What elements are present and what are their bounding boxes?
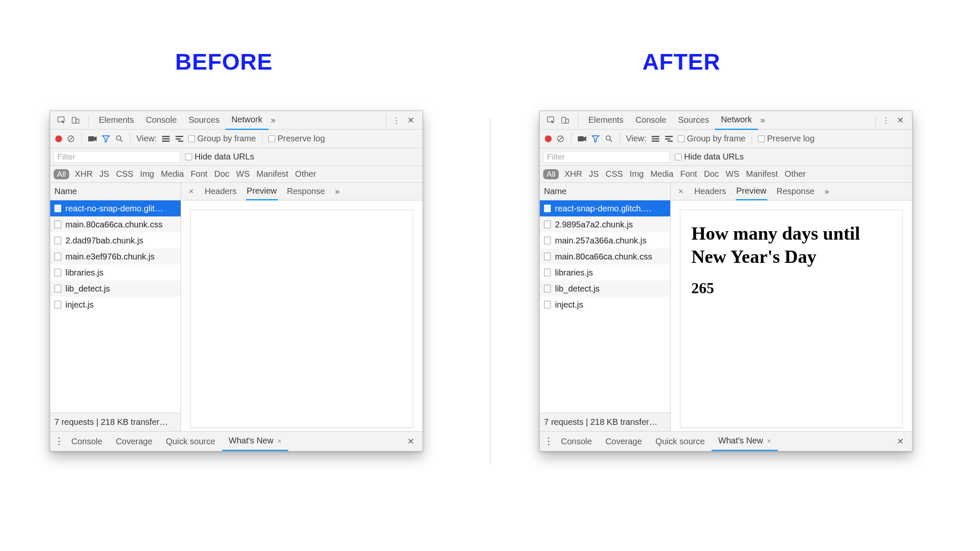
request-row[interactable]: lib_detect.js — [540, 281, 670, 297]
tab-network[interactable]: Network — [715, 111, 758, 130]
request-list-header[interactable]: Name — [540, 183, 670, 200]
camera-icon[interactable] — [88, 134, 97, 143]
drawer-close-icon[interactable]: ✕ — [894, 435, 906, 447]
request-row[interactable]: main.e3ef976b.chunk.js — [50, 248, 181, 265]
drawer-tab-coverage[interactable]: Coverage — [598, 432, 649, 451]
subtab-overflow-icon[interactable]: » — [824, 183, 830, 200]
close-subtabs-icon[interactable]: × — [677, 186, 685, 196]
subtab-response[interactable]: Response — [776, 183, 815, 200]
tab-console[interactable]: Console — [140, 111, 182, 129]
group-by-frame-checkbox[interactable]: Group by frame — [188, 134, 256, 143]
request-row[interactable]: inject.js — [540, 297, 670, 313]
waterfall-icon[interactable] — [664, 134, 674, 143]
request-list-header[interactable]: Name — [50, 183, 181, 200]
subtab-preview[interactable]: Preview — [736, 183, 767, 200]
request-row[interactable]: react-snap-demo.glitch.… — [540, 200, 670, 216]
filter-input[interactable]: Filter — [543, 151, 670, 163]
filter-icon[interactable] — [591, 134, 600, 143]
request-row[interactable]: inject.js — [50, 297, 181, 313]
subtab-overflow-icon[interactable]: » — [334, 183, 341, 200]
drawer-tab-close-icon[interactable]: × — [277, 438, 281, 445]
device-toggle-icon[interactable] — [559, 114, 571, 126]
hide-data-urls-checkbox[interactable]: Hide data URLs — [185, 152, 254, 162]
kebab-menu-icon[interactable]: ⋮ — [880, 114, 892, 126]
inspect-icon[interactable] — [545, 114, 557, 126]
preserve-log-checkbox[interactable]: Preserve log — [268, 134, 325, 143]
request-row[interactable]: main.257a366a.chunk.js — [540, 232, 670, 248]
large-rows-icon[interactable] — [161, 134, 171, 143]
group-by-frame-checkbox[interactable]: Group by frame — [678, 134, 746, 143]
drawer-tab-console[interactable]: Console — [554, 432, 598, 451]
drawer-tab-close-icon[interactable]: × — [767, 438, 771, 445]
subtab-headers[interactable]: Headers — [693, 183, 727, 200]
type-media[interactable]: Media — [160, 168, 185, 180]
tab-elements[interactable]: Elements — [93, 111, 140, 129]
type-other[interactable]: Other — [783, 168, 807, 180]
request-row[interactable]: libraries.js — [540, 265, 670, 281]
device-toggle-icon[interactable] — [70, 114, 81, 126]
type-doc[interactable]: Doc — [703, 168, 720, 180]
subtab-headers[interactable]: Headers — [204, 183, 238, 200]
subtab-preview[interactable]: Preview — [246, 183, 278, 200]
drawer-tab-whatsnew[interactable]: What's New × — [712, 432, 778, 451]
type-xhr[interactable]: XHR — [73, 168, 94, 180]
filter-icon[interactable] — [101, 134, 111, 143]
drawer-close-icon[interactable]: ✕ — [405, 435, 417, 447]
tab-sources[interactable]: Sources — [672, 111, 715, 129]
type-js[interactable]: JS — [98, 168, 110, 180]
drawer-tab-quicksource[interactable]: Quick source — [649, 432, 712, 451]
type-xhr[interactable]: XHR — [563, 168, 583, 180]
close-devtools-icon[interactable]: ✕ — [894, 114, 906, 126]
drawer-tab-coverage[interactable]: Coverage — [109, 432, 159, 451]
large-rows-icon[interactable] — [651, 134, 660, 143]
type-ws[interactable]: WS — [235, 168, 251, 180]
type-all[interactable]: All — [543, 169, 559, 179]
close-devtools-icon[interactable]: ✕ — [405, 114, 417, 126]
type-css[interactable]: CSS — [604, 168, 624, 180]
tabs-overflow-icon[interactable]: » — [268, 111, 278, 129]
close-subtabs-icon[interactable]: × — [187, 186, 195, 196]
hide-data-urls-checkbox[interactable]: Hide data URLs — [675, 152, 744, 162]
type-other[interactable]: Other — [294, 168, 317, 180]
clear-icon[interactable] — [66, 134, 76, 143]
tabs-overflow-icon[interactable]: » — [758, 111, 768, 129]
type-font[interactable]: Font — [679, 168, 698, 180]
type-manifest[interactable]: Manifest — [744, 168, 779, 180]
record-icon[interactable] — [545, 135, 552, 142]
type-img[interactable]: Img — [628, 168, 645, 180]
type-font[interactable]: Font — [190, 168, 209, 180]
tab-network[interactable]: Network — [225, 111, 268, 130]
record-icon[interactable] — [55, 135, 62, 142]
type-img[interactable]: Img — [139, 168, 155, 180]
request-row[interactable]: main.80ca66ca.chunk.css — [50, 216, 181, 232]
request-row[interactable]: lib_detect.js — [50, 281, 181, 297]
request-row[interactable]: 2.dad97bab.chunk.js — [50, 232, 181, 248]
type-manifest[interactable]: Manifest — [255, 168, 290, 180]
drawer-tab-whatsnew[interactable]: What's New × — [222, 432, 288, 451]
filter-input[interactable]: Filter — [54, 151, 180, 163]
request-row[interactable]: main.80ca66ca.chunk.css — [540, 248, 670, 265]
type-ws[interactable]: WS — [724, 168, 740, 180]
camera-icon[interactable] — [577, 134, 587, 143]
search-icon[interactable] — [604, 134, 614, 143]
type-doc[interactable]: Doc — [213, 168, 231, 180]
type-all[interactable]: All — [54, 169, 69, 179]
drawer-tab-console[interactable]: Console — [65, 432, 109, 451]
type-media[interactable]: Media — [649, 168, 674, 180]
type-js[interactable]: JS — [587, 168, 600, 180]
subtab-response[interactable]: Response — [286, 183, 326, 200]
type-css[interactable]: CSS — [115, 168, 135, 180]
request-row[interactable]: react-no-snap-demo.glit… — [50, 200, 181, 216]
preserve-log-checkbox[interactable]: Preserve log — [758, 134, 815, 143]
tab-console[interactable]: Console — [629, 111, 672, 129]
request-row[interactable]: libraries.js — [50, 265, 181, 281]
clear-icon[interactable] — [556, 134, 565, 143]
inspect-icon[interactable] — [55, 114, 67, 126]
tab-elements[interactable]: Elements — [582, 111, 629, 129]
waterfall-icon[interactable] — [175, 134, 184, 143]
tab-sources[interactable]: Sources — [183, 111, 225, 129]
kebab-menu-icon[interactable]: ⋮ — [390, 114, 402, 126]
drawer-tab-quicksource[interactable]: Quick source — [159, 432, 222, 451]
drawer-menu-icon[interactable]: ⋮ — [543, 436, 554, 447]
search-icon[interactable] — [115, 134, 124, 143]
